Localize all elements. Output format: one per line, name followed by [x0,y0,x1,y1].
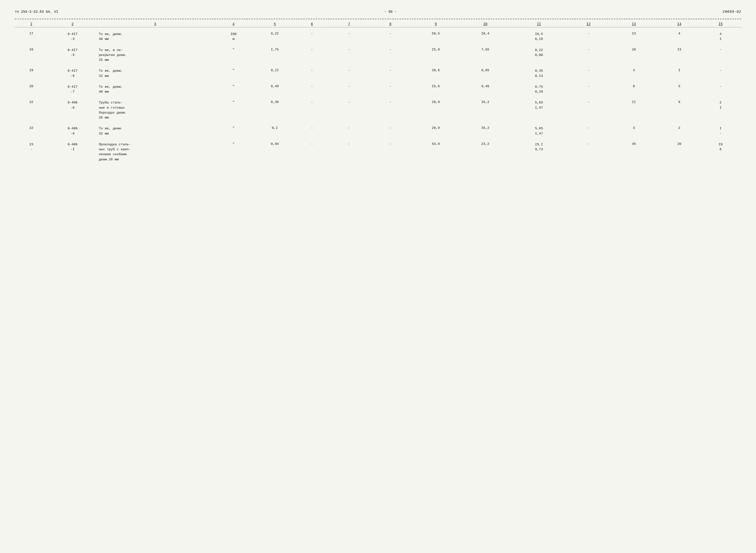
cell-r6-c15: I- [700,125,741,138]
cell-r3-c6: - [296,67,329,80]
cell-r7-c3: Прокладка сталь-ных труб с креп-лением с… [97,141,213,164]
col-header-15: I5 [700,21,741,27]
col-header-5: 5 [254,21,296,27]
cell-r3-c5: 0,II [254,67,296,80]
cell-r5-c3: Трубы сталь-ные в готовыхбороздах диам.2… [97,99,213,122]
page-header: тп 294-3-33.83 АА. VI - 90 - СФ689-02 [15,10,741,14]
cell-r3-c13: 3 [609,67,659,80]
cell-r6-c8: - [369,125,411,138]
cell-r4-c12: - [568,83,609,96]
cell-r1-c2: 8-4I7-3 [48,30,97,44]
cell-r2-c4: " [213,46,254,64]
cell-r5-c4: " [213,99,254,122]
header-row: I 2 3 4 5 6 7 8 9 I0 II I2 I3 I4 I5 [15,21,741,27]
cell-r3-c7: - [329,67,370,80]
cell-r2-c8: - [369,46,411,64]
cell-r2-c6: - [296,46,329,64]
spacer-row [15,44,741,46]
table-header: I 2 3 4 5 6 7 8 9 I0 II I2 I3 I4 I5 [15,21,741,27]
cell-r7-c14: 20 [659,141,700,164]
cell-r2-c3: То же, в пе-рекрытии диам.25 мм [97,46,213,64]
cell-r6-c1: 22 [15,125,48,138]
cell-r6-c7: - [329,125,370,138]
cell-r2-c11: 0,220,08 [510,46,568,64]
col-header-3: 3 [97,21,213,27]
col-header-4: 4 [213,21,254,27]
cell-r6-c13: 3 [609,125,659,138]
col-header-12: I2 [568,21,609,27]
cell-r3-c12: - [568,67,609,80]
cell-r5-c5: 0,36 [254,99,296,122]
cell-r1-c8: - [369,30,411,44]
cell-r7-c12: - [568,141,609,164]
cell-r3-c8: - [369,67,411,80]
col-header-7: 7 [329,21,370,27]
doc-title: тп 294-3-33.83 АА. VI [15,10,58,14]
col-header-8: 8 [369,21,411,27]
cell-r4-c9: I5,6 [411,83,460,96]
cell-r1-c3: То же, диам.40 мм [97,30,213,44]
cell-r5-c8: - [369,99,411,122]
cell-r2-c2: 8-4I7-5 [48,46,97,64]
cell-r1-c13: I3 [609,30,659,44]
cell-r6-c11: 5,65I,47 [510,125,568,138]
cell-r6-c5: 0,I [254,125,296,138]
col-header-13: I3 [609,21,659,27]
cell-r4-c13: 8 [609,83,659,96]
cell-r5-c6: - [296,99,329,122]
cell-r3-c1: I9 [15,67,48,80]
cell-r4-c14: 5 [659,83,700,96]
cell-r4-c7: - [329,83,370,96]
col-header-11: II [510,21,568,27]
table-row: 22 8-406-6 То же, диам.32 мм " 0,I - - -… [15,125,741,138]
doc-code: СФ689-02 [723,10,741,14]
cell-r6-c9: 29,9 [411,125,460,138]
cell-r5-c15: 2I [700,99,741,122]
cell-r3-c15: - [700,67,741,80]
cell-r2-c15: - [700,46,741,64]
spacer-row [15,80,741,83]
cell-r7-c1: 23- [15,141,48,164]
col-header-2: 2 [48,21,97,27]
spacer-row [15,138,741,141]
cell-r4-c2: 8-4I7-7 [48,83,97,96]
main-table-container: I 2 3 4 5 6 7 8 9 I0 II I2 I3 I4 I5 I7 [15,21,741,166]
cell-r5-c10: I6,2 [460,99,510,122]
top-divider [15,19,741,19]
cell-r5-c11: 5,65I,47 [510,99,568,122]
cell-r6-c6: - [296,125,329,138]
cell-r6-c3: То же, диам.32 мм [97,125,213,138]
cell-r4-c11: 0,750,29 [510,83,568,96]
cell-r7-c8: - [369,141,411,164]
cell-r3-c4: " [213,67,254,80]
cell-r5-c7: - [329,99,370,122]
spacer-row [15,64,741,67]
cell-r5-c13: II [609,99,659,122]
cell-r2-c9: I5,9 [411,46,460,64]
cell-r7-c15: I98 [700,141,741,164]
cell-r4-c5: 0,49 [254,83,296,96]
cell-r3-c3: То же, диам.32 мм [97,67,213,80]
cell-r5-c1: 22 [15,99,48,122]
col-header-9: 9 [411,21,460,27]
cell-r5-c2: 8-406-6 [48,99,97,122]
cell-r5-c12: - [568,99,609,122]
cell-r2-c1: I8 [15,46,48,64]
cell-r1-c7: - [329,30,370,44]
cell-r2-c12: - [568,46,609,64]
cell-r4-c3: То же, диам.40 мм [97,83,213,96]
main-table: I 2 3 4 5 6 7 8 9 I0 II I2 I3 I4 I5 I7 [15,21,741,166]
cell-r1-c11: I9,56,I8 [510,30,568,44]
cell-r3-c9: 20,6 [411,67,460,80]
col-header-6: 6 [296,21,329,27]
cell-r4-c10: 9,46 [460,83,510,96]
spacer-row [15,27,741,30]
cell-r4-c4: " [213,83,254,96]
spacer-row [15,122,741,125]
cell-r3-c14: I [659,67,700,80]
cell-r1-c6: - [296,30,329,44]
cell-r4-c1: 20 [15,83,48,96]
cell-r4-c15: - [700,83,741,96]
cell-r1-c10: I8,4 [460,30,510,44]
cell-r1-c15: 4I [700,30,741,44]
